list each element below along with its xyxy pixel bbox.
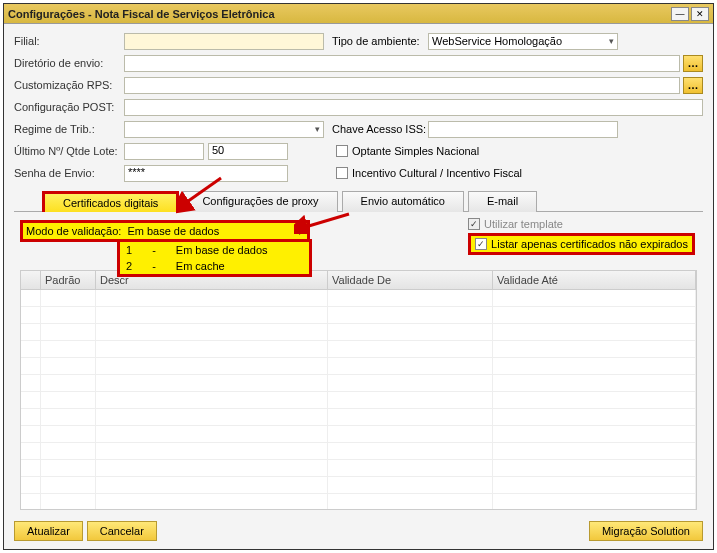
qtde-lote-input[interactable]: 50 bbox=[208, 143, 288, 160]
certificados-grid: Padrão Descr Validade De Validade Até bbox=[20, 270, 697, 510]
customizacao-rps-browse-button[interactable]: … bbox=[683, 77, 703, 94]
atualizar-button[interactable]: Atualizar bbox=[14, 521, 83, 541]
close-button[interactable]: ✕ bbox=[691, 7, 709, 21]
modo-option-1[interactable]: 1-Em base de dados bbox=[120, 242, 309, 258]
svg-line-1 bbox=[184, 178, 221, 204]
diretorio-envio-input[interactable] bbox=[124, 55, 680, 72]
grid-col-validade-de[interactable]: Validade De bbox=[328, 271, 493, 289]
listar-nao-expirados-row: Listar apenas certificados não expirados bbox=[468, 233, 695, 255]
window-title: Configurações - Nota Fiscal de Serviços … bbox=[8, 8, 671, 20]
customizacao-rps-label: Customização RPS: bbox=[14, 79, 124, 91]
configuracao-post-label: Configuração POST: bbox=[14, 101, 124, 113]
regime-trib-select[interactable] bbox=[124, 121, 324, 138]
tipo-ambiente-label: Tipo de ambiente: bbox=[332, 35, 428, 47]
cancelar-button[interactable]: Cancelar bbox=[87, 521, 157, 541]
regime-trib-label: Regime de Trib.: bbox=[14, 123, 124, 135]
tab-strip: Certificados digitais Configurações de p… bbox=[14, 190, 703, 211]
chave-acesso-input[interactable] bbox=[428, 121, 618, 138]
tab-certificados[interactable]: Certificados digitais bbox=[42, 191, 179, 212]
senha-envio-label: Senha de Envio: bbox=[14, 167, 124, 179]
optante-simples-label: Optante Simples Nacional bbox=[352, 145, 479, 157]
incentivo-checkbox[interactable] bbox=[336, 167, 348, 179]
incentivo-label: Incentivo Cultural / Incentivo Fiscal bbox=[352, 167, 522, 179]
tab-email[interactable]: E-mail bbox=[468, 191, 537, 212]
modo-validacao-label: Modo de validação: bbox=[23, 225, 124, 237]
minimize-button[interactable]: — bbox=[671, 7, 689, 21]
diretorio-envio-label: Diretório de envio: bbox=[14, 57, 124, 69]
modo-validacao-select[interactable]: Em base de dados bbox=[124, 223, 307, 239]
grid-col-selector[interactable] bbox=[21, 271, 41, 289]
configuracao-post-input[interactable] bbox=[124, 99, 703, 116]
utilizar-template-label: Utilizar template bbox=[484, 218, 563, 230]
migracao-solution-button[interactable]: Migração Solution bbox=[589, 521, 703, 541]
svg-line-0 bbox=[302, 214, 349, 228]
config-window: Configurações - Nota Fiscal de Serviços … bbox=[3, 3, 714, 550]
diretorio-envio-browse-button[interactable]: … bbox=[683, 55, 703, 72]
customizacao-rps-input[interactable] bbox=[124, 77, 680, 94]
ultimo-lote-label: Último Nº/ Qtde Lote: bbox=[14, 145, 124, 157]
modo-validacao-dropdown: 1-Em base de dados 2-Em cache bbox=[117, 239, 312, 277]
filial-label: Filial: bbox=[14, 35, 124, 47]
optante-simples-checkbox[interactable] bbox=[336, 145, 348, 157]
chave-acesso-label: Chave Acesso ISS: bbox=[332, 123, 428, 135]
arrow-icon bbox=[294, 210, 354, 234]
grid-col-padrao[interactable]: Padrão bbox=[41, 271, 96, 289]
arrow-icon bbox=[176, 174, 226, 214]
grid-body bbox=[21, 290, 696, 510]
utilizar-template-checkbox bbox=[468, 218, 480, 230]
modo-option-2[interactable]: 2-Em cache bbox=[120, 258, 309, 274]
listar-nao-expirados-checkbox[interactable] bbox=[475, 238, 487, 250]
ultimo-numero-input[interactable] bbox=[124, 143, 204, 160]
grid-col-validade-ate[interactable]: Validade Até bbox=[493, 271, 696, 289]
tipo-ambiente-select[interactable]: WebService Homologação bbox=[428, 33, 618, 50]
tab-envio[interactable]: Envio automático bbox=[342, 191, 464, 212]
utilizar-template-row: Utilizar template bbox=[468, 218, 695, 230]
filial-input[interactable] bbox=[124, 33, 324, 50]
listar-nao-expirados-label: Listar apenas certificados não expirados bbox=[491, 238, 688, 250]
titlebar: Configurações - Nota Fiscal de Serviços … bbox=[4, 4, 713, 24]
